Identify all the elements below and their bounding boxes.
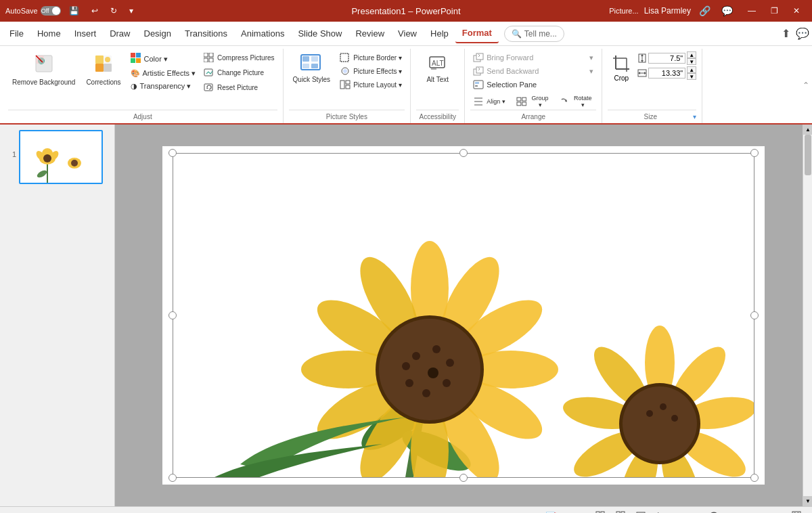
toggle-state-label: Off [41,7,49,14]
rotate-button[interactable]: Rotate ▾ [556,93,596,110]
view-reading-button[interactable] [633,510,648,513]
handle-middle-left[interactable] [168,311,177,319]
crop-label: Crop [614,74,629,82]
comment-icon[interactable]: 💬 [719,4,736,18]
width-input[interactable]: 13.33" [648,68,685,79]
menu-insert[interactable]: Insert [68,24,104,43]
menu-design[interactable]: Design [137,24,178,43]
svg-point-105 [623,386,697,461]
picture-effects-button[interactable]: Picture Effects ▾ [337,65,405,77]
handle-middle-right[interactable] [750,311,759,319]
tell-me-search[interactable]: 🔍 Tell me... [504,26,564,42]
selection-pane-label: Selection Pane [487,81,537,89]
minimize-button[interactable]: — [741,3,763,18]
svg-rect-6 [95,64,104,72]
picture-layout-button[interactable]: Picture Layout ▾ [337,79,405,91]
menu-transitions[interactable]: Transitions [178,24,234,43]
ribbon-group-arrange: Bring Forward ▾ Send Backward ▾ Selectio… [465,49,602,123]
menu-home[interactable]: Home [30,24,68,43]
scroll-thumb[interactable] [805,135,811,175]
ribbon-collapse-button[interactable]: ⌃ [803,81,809,90]
quick-styles-button[interactable]: Quick Styles [289,51,335,87]
handle-top-right[interactable] [750,149,759,157]
picture-border-button[interactable]: Picture Border ▾ [337,51,405,64]
remove-background-button[interactable]: Remove Background [8,51,79,89]
reset-picture-button[interactable]: Reset Picture [201,81,277,93]
slideshow-button[interactable] [654,510,669,513]
menu-format[interactable]: Format [455,24,499,43]
change-picture-button[interactable]: Change Picture [201,66,277,79]
alt-text-button[interactable]: ALT Alt Text [421,51,455,87]
handle-top-left[interactable] [168,149,177,157]
restore-button[interactable]: ❐ [764,3,785,18]
arrange-label: Arrange [470,110,596,120]
handle-top-middle[interactable] [459,149,468,157]
send-backward-dropdown[interactable]: ▾ [589,67,593,76]
adjust-col: Color ▾ 🎨 Artistic Effects ▾ ◑ Transpare… [128,51,199,92]
autosave-control[interactable]: AutoSave Off [5,6,61,16]
crop-button[interactable]: Crop [608,51,635,85]
svg-rect-13 [204,53,208,57]
qat-button[interactable]: ▾ [125,5,137,17]
handle-bottom-left[interactable] [168,474,177,482]
main-area: 1 [0,125,812,506]
view-slide-sorter-button[interactable] [613,510,628,513]
svg-rect-15 [204,58,208,62]
menu-review[interactable]: Review [348,24,391,43]
scroll-down-button[interactable]: ▼ [803,496,812,506]
artistic-effects-button[interactable]: 🎨 Artistic Effects ▾ [128,68,199,79]
fit-slide-button[interactable] [789,510,804,513]
share-icon-menu[interactable]: ⬆ [782,27,790,40]
thumbnail-image [20,130,102,184]
menu-help[interactable]: Help [424,24,455,43]
slide-thumbnail[interactable] [19,130,103,184]
close-button[interactable]: ✕ [786,3,807,18]
color-label: Color ▾ [144,55,168,64]
save-button[interactable]: 💾 [65,5,83,17]
menu-slideshow[interactable]: Slide Show [291,24,348,43]
menu-draw[interactable]: Draw [103,24,137,43]
scroll-up-button[interactable]: ▲ [803,125,812,135]
view-normal-button[interactable] [593,510,608,513]
menu-file[interactable]: File [3,24,30,43]
selection-pane-button[interactable]: Selection Pane [470,79,596,91]
color-button[interactable]: Color ▾ [128,51,199,66]
vertical-scrollbar[interactable]: ▲ ▼ [803,125,812,506]
compress-pictures-button[interactable]: Compress Pictures [201,51,277,64]
width-down-button[interactable]: ▼ [687,73,696,80]
undo-button[interactable]: ↩ [87,5,102,17]
redo-button[interactable]: ↻ [106,5,121,17]
alt-text-icon: ALT [428,54,447,74]
comment-icon-menu[interactable]: 💬 [796,27,809,40]
picture-effects-label: Picture Effects ▾ [353,68,402,75]
height-input[interactable]: 7.5" [648,53,685,64]
notes-button[interactable]: 📝 Notes [543,510,587,514]
menu-animations[interactable]: Animations [234,24,291,43]
handle-bottom-middle[interactable] [459,474,468,482]
sunflower-image [173,153,754,478]
height-down-button[interactable]: ▼ [687,58,696,65]
width-up-button[interactable]: ▲ [687,66,696,73]
transparency-button[interactable]: ◑ Transparency ▾ [128,81,199,92]
image-container[interactable] [173,153,754,478]
bring-forward-dropdown[interactable]: ▾ [589,53,593,62]
slide-canvas[interactable] [162,146,765,485]
bring-forward-button[interactable]: Bring Forward ▾ [470,51,596,64]
remove-background-label: Remove Background [12,79,75,87]
group-button[interactable]: Group ▾ [514,93,554,110]
search-icon: 🔍 [512,29,522,39]
autosave-toggle[interactable]: Off [41,6,61,16]
corrections-button[interactable]: Corrections [82,51,125,89]
svg-point-108 [671,415,678,422]
align-button[interactable]: Align ▾ [470,93,510,110]
quick-styles-label: Quick Styles [293,76,331,84]
svg-rect-12 [136,58,141,63]
svg-rect-11 [131,58,135,63]
share-icon[interactable]: 🔗 [696,4,713,18]
ribbon-group-picture-styles: Quick Styles Picture Border ▾ Picture Ef… [284,49,411,123]
picture-tools-label: Picture... [609,7,638,15]
handle-bottom-right[interactable] [750,474,759,482]
height-up-button[interactable]: ▲ [687,51,696,58]
send-backward-button[interactable]: Send Backward ▾ [470,65,596,77]
menu-view[interactable]: View [391,24,424,43]
